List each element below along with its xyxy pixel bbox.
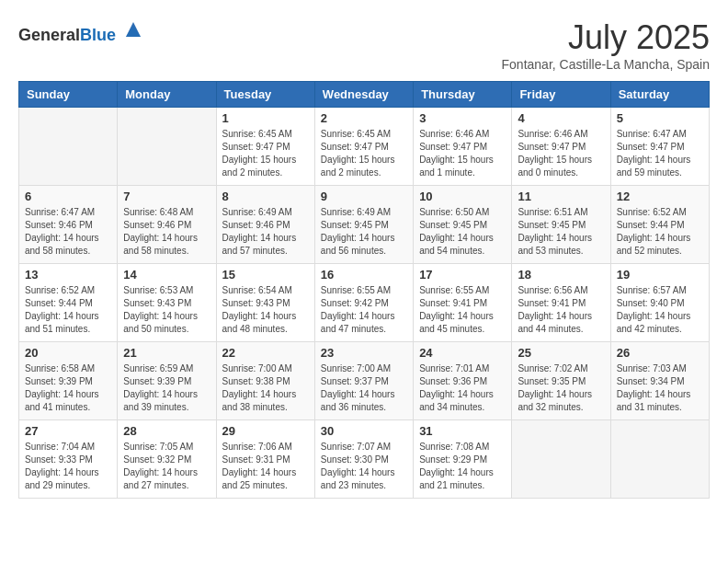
day-number: 25 <box>518 346 604 360</box>
day-info: Sunrise: 6:51 AMSunset: 9:45 PMDaylight:… <box>518 206 604 258</box>
svg-marker-1 <box>126 26 141 37</box>
day-number: 23 <box>321 346 407 360</box>
day-number: 24 <box>419 346 506 360</box>
day-info: Sunrise: 6:47 AMSunset: 9:47 PMDaylight:… <box>617 128 703 179</box>
calendar-cell: 30Sunrise: 7:07 AMSunset: 9:30 PMDayligh… <box>314 420 413 499</box>
location-title: Fontanar, Castille-La Mancha, Spain <box>502 57 710 72</box>
day-info: Sunrise: 7:07 AMSunset: 9:30 PMDaylight:… <box>321 441 407 492</box>
day-number: 20 <box>25 346 111 360</box>
day-number: 14 <box>123 268 210 282</box>
day-info: Sunrise: 6:53 AMSunset: 9:43 PMDaylight:… <box>123 284 210 336</box>
day-number: 17 <box>419 268 506 282</box>
title-section: July 2025 Fontanar, Castille-La Mancha, … <box>502 18 710 72</box>
calendar-cell: 9Sunrise: 6:49 AMSunset: 9:45 PMDaylight… <box>314 186 413 264</box>
calendar-cell: 16Sunrise: 6:55 AMSunset: 9:42 PMDayligh… <box>314 264 413 342</box>
calendar-week-row: 20Sunrise: 6:58 AMSunset: 9:39 PMDayligh… <box>19 342 710 420</box>
day-info: Sunrise: 6:50 AMSunset: 9:45 PMDaylight:… <box>419 206 506 258</box>
weekday-header: Monday <box>118 82 216 108</box>
calendar-week-row: 13Sunrise: 6:52 AMSunset: 9:44 PMDayligh… <box>19 264 710 342</box>
day-number: 2 <box>321 111 407 125</box>
day-info: Sunrise: 7:03 AMSunset: 9:34 PMDaylight:… <box>617 362 703 414</box>
day-number: 9 <box>321 190 407 203</box>
day-info: Sunrise: 7:00 AMSunset: 9:38 PMDaylight:… <box>222 362 309 414</box>
weekday-header: Thursday <box>414 82 512 108</box>
calendar-week-row: 27Sunrise: 7:04 AMSunset: 9:33 PMDayligh… <box>19 420 710 499</box>
day-number: 21 <box>123 346 210 360</box>
calendar-cell: 10Sunrise: 6:50 AMSunset: 9:45 PMDayligh… <box>414 186 512 264</box>
day-number: 3 <box>419 111 506 125</box>
day-info: Sunrise: 6:52 AMSunset: 9:44 PMDaylight:… <box>617 206 703 258</box>
day-info: Sunrise: 6:45 AMSunset: 9:47 PMDaylight:… <box>321 128 407 179</box>
day-number: 10 <box>419 190 506 203</box>
calendar-cell: 11Sunrise: 6:51 AMSunset: 9:45 PMDayligh… <box>512 186 610 264</box>
calendar-cell: 4Sunrise: 6:46 AMSunset: 9:47 PMDaylight… <box>512 108 610 186</box>
calendar-cell: 3Sunrise: 6:46 AMSunset: 9:47 PMDaylight… <box>414 108 512 186</box>
calendar-cell: 7Sunrise: 6:48 AMSunset: 9:46 PMDaylight… <box>118 186 216 264</box>
calendar-cell: 13Sunrise: 6:52 AMSunset: 9:44 PMDayligh… <box>19 264 118 342</box>
day-info: Sunrise: 6:47 AMSunset: 9:46 PMDaylight:… <box>25 206 111 258</box>
calendar-cell <box>118 108 216 186</box>
calendar-cell: 27Sunrise: 7:04 AMSunset: 9:33 PMDayligh… <box>19 420 118 499</box>
day-info: Sunrise: 7:08 AMSunset: 9:29 PMDaylight:… <box>419 441 506 492</box>
calendar-cell <box>610 420 709 499</box>
day-info: Sunrise: 6:54 AMSunset: 9:43 PMDaylight:… <box>222 284 309 336</box>
day-info: Sunrise: 6:55 AMSunset: 9:42 PMDaylight:… <box>321 284 407 336</box>
page-header: GeneralBlue July 2025 Fontanar, Castille… <box>18 18 710 72</box>
calendar-cell: 6Sunrise: 6:47 AMSunset: 9:46 PMDaylight… <box>19 186 118 264</box>
day-number: 13 <box>25 268 111 282</box>
calendar-cell: 21Sunrise: 6:59 AMSunset: 9:39 PMDayligh… <box>118 342 216 420</box>
calendar-cell: 24Sunrise: 7:01 AMSunset: 9:36 PMDayligh… <box>414 342 512 420</box>
calendar-week-row: 6Sunrise: 6:47 AMSunset: 9:46 PMDaylight… <box>19 186 710 264</box>
calendar-cell: 26Sunrise: 7:03 AMSunset: 9:34 PMDayligh… <box>610 342 709 420</box>
day-info: Sunrise: 6:49 AMSunset: 9:45 PMDaylight:… <box>321 206 407 258</box>
logo-text: GeneralBlue <box>18 18 144 45</box>
day-number: 7 <box>123 190 210 203</box>
day-info: Sunrise: 6:58 AMSunset: 9:39 PMDaylight:… <box>25 362 111 414</box>
day-info: Sunrise: 6:46 AMSunset: 9:47 PMDaylight:… <box>419 128 506 179</box>
day-info: Sunrise: 7:02 AMSunset: 9:35 PMDaylight:… <box>518 362 604 414</box>
day-info: Sunrise: 6:59 AMSunset: 9:39 PMDaylight:… <box>123 362 210 414</box>
calendar-cell: 31Sunrise: 7:08 AMSunset: 9:29 PMDayligh… <box>414 420 512 499</box>
day-number: 12 <box>617 190 703 203</box>
calendar-cell: 1Sunrise: 6:45 AMSunset: 9:47 PMDaylight… <box>216 108 314 186</box>
day-info: Sunrise: 7:06 AMSunset: 9:31 PMDaylight:… <box>222 441 309 492</box>
calendar-body: 1Sunrise: 6:45 AMSunset: 9:47 PMDaylight… <box>19 108 710 499</box>
calendar-cell: 12Sunrise: 6:52 AMSunset: 9:44 PMDayligh… <box>610 186 709 264</box>
day-number: 26 <box>617 346 703 360</box>
day-info: Sunrise: 6:48 AMSunset: 9:46 PMDaylight:… <box>123 206 210 258</box>
day-number: 29 <box>222 424 309 438</box>
calendar-cell: 14Sunrise: 6:53 AMSunset: 9:43 PMDayligh… <box>118 264 216 342</box>
calendar-cell: 5Sunrise: 6:47 AMSunset: 9:47 PMDaylight… <box>610 108 709 186</box>
day-info: Sunrise: 6:56 AMSunset: 9:41 PMDaylight:… <box>518 284 604 336</box>
day-number: 18 <box>518 268 604 282</box>
day-info: Sunrise: 7:00 AMSunset: 9:37 PMDaylight:… <box>321 362 407 414</box>
day-number: 11 <box>518 190 604 203</box>
day-number: 6 <box>25 190 111 203</box>
day-number: 22 <box>222 346 309 360</box>
day-info: Sunrise: 6:57 AMSunset: 9:40 PMDaylight:… <box>617 284 703 336</box>
calendar-cell: 2Sunrise: 6:45 AMSunset: 9:47 PMDaylight… <box>314 108 413 186</box>
weekday-header: Sunday <box>19 82 118 108</box>
logo: GeneralBlue <box>18 18 144 45</box>
day-info: Sunrise: 6:46 AMSunset: 9:47 PMDaylight:… <box>518 128 604 179</box>
day-number: 19 <box>617 268 703 282</box>
weekday-header: Wednesday <box>314 82 413 108</box>
day-number: 16 <box>321 268 407 282</box>
day-info: Sunrise: 6:49 AMSunset: 9:46 PMDaylight:… <box>222 206 309 258</box>
weekday-header: Friday <box>512 82 610 108</box>
calendar-week-row: 1Sunrise: 6:45 AMSunset: 9:47 PMDaylight… <box>19 108 710 186</box>
day-info: Sunrise: 7:01 AMSunset: 9:36 PMDaylight:… <box>419 362 506 414</box>
day-number: 27 <box>25 424 111 438</box>
day-number: 28 <box>123 424 210 438</box>
calendar-cell <box>512 420 610 499</box>
day-info: Sunrise: 7:04 AMSunset: 9:33 PMDaylight:… <box>25 441 111 492</box>
day-info: Sunrise: 6:45 AMSunset: 9:47 PMDaylight:… <box>222 128 309 179</box>
calendar-cell: 20Sunrise: 6:58 AMSunset: 9:39 PMDayligh… <box>19 342 118 420</box>
calendar-cell: 19Sunrise: 6:57 AMSunset: 9:40 PMDayligh… <box>610 264 709 342</box>
calendar-header: SundayMondayTuesdayWednesdayThursdayFrid… <box>19 82 710 108</box>
calendar-cell: 22Sunrise: 7:00 AMSunset: 9:38 PMDayligh… <box>216 342 314 420</box>
day-info: Sunrise: 6:52 AMSunset: 9:44 PMDaylight:… <box>25 284 111 336</box>
day-number: 4 <box>518 111 604 125</box>
calendar-table: SundayMondayTuesdayWednesdayThursdayFrid… <box>18 81 710 499</box>
calendar-cell: 18Sunrise: 6:56 AMSunset: 9:41 PMDayligh… <box>512 264 610 342</box>
